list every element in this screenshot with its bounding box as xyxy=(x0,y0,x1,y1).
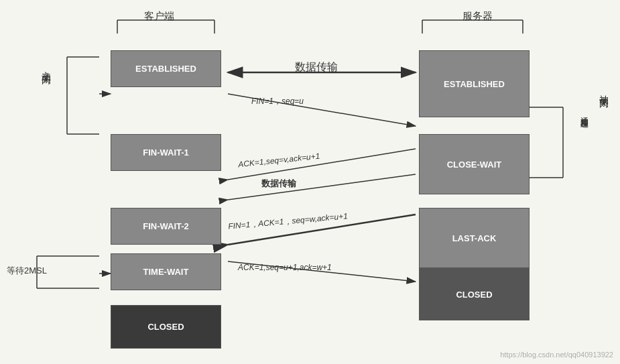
notify-app-label: 通知应用进程 xyxy=(578,111,590,115)
server-label: 服务器 xyxy=(462,10,493,23)
client-label: 客户端 xyxy=(144,10,174,23)
msg-fin1: FIN=1，seq=u xyxy=(251,96,304,107)
passive-close-label: 被动关闭 xyxy=(598,87,610,93)
msg-data-transfer-mid: 数据传输 xyxy=(261,178,296,190)
data-transfer-top-label: 数据传输 xyxy=(295,60,338,74)
msg-ack2: ACK=1,seq=u+1,ack=w+1 xyxy=(238,263,332,272)
client-established: ESTABLISHED xyxy=(111,50,221,87)
server-last-ack: LAST-ACK xyxy=(419,208,530,268)
client-time-wait: TIME-WAIT xyxy=(111,253,221,290)
client-closed: CLOSED xyxy=(111,305,221,349)
client-fin-wait-2: FIN-WAIT-2 xyxy=(111,208,221,245)
diagram-container: 客户端 服务器 数据传输 主动关闭 被动关闭 通知应用进程 等待2MSL EST… xyxy=(0,0,620,364)
wait-2msl-label: 等待2MSL xyxy=(7,265,47,277)
server-closed: CLOSED xyxy=(419,268,530,320)
server-close-wait: CLOSE-WAIT xyxy=(419,134,530,194)
server-established: ESTABLISHED xyxy=(419,50,530,117)
svg-line-7 xyxy=(228,174,416,200)
client-fin-wait-1: FIN-WAIT-1 xyxy=(111,134,221,171)
msg-ack1: ACK=1,seq=v,ack=u+1 xyxy=(238,151,320,170)
active-close-label: 主动关闭 xyxy=(40,64,52,69)
msg-fin2: FIN=1，ACK=1，seq=w,ack=u+1 xyxy=(228,210,349,233)
watermark: https://blog.csdn.net/qq040913922 xyxy=(500,351,613,359)
